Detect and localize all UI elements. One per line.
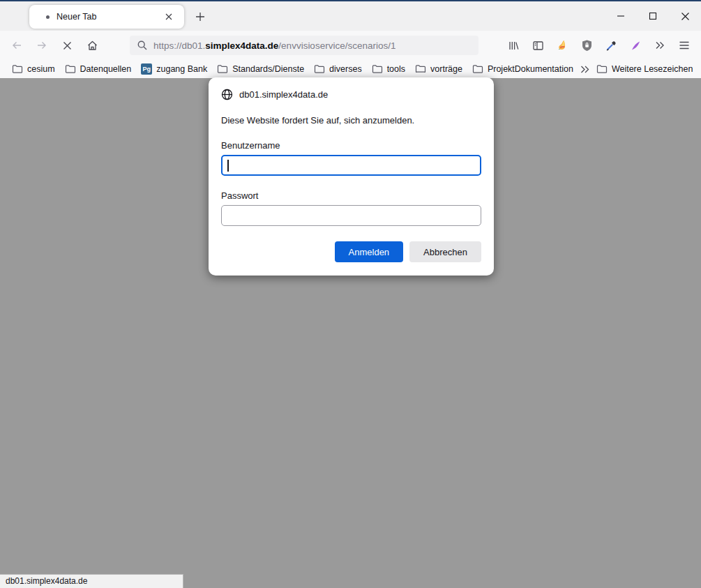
username-input-wrap xyxy=(221,155,481,176)
minimize-button[interactable] xyxy=(605,1,637,31)
globe-icon xyxy=(221,89,233,100)
password-input[interactable] xyxy=(221,205,481,226)
bookmark-folder-standards-dienste[interactable]: Standards/Dienste xyxy=(213,61,308,77)
bookmark-folder-vortraege[interactable]: vorträge xyxy=(412,61,466,77)
folder-icon xyxy=(12,64,23,74)
maximize-icon xyxy=(649,12,657,20)
bookmarks-toolbar: cesium Datenquellen Pg zugang Bank Stand… xyxy=(0,60,701,78)
sidebar-toggle-button[interactable] xyxy=(527,35,549,56)
bookmark-folder-cesium[interactable]: cesium xyxy=(8,61,59,77)
tab-neuer-tab[interactable]: Neuer Tab xyxy=(29,5,184,29)
feather-extension-icon xyxy=(630,40,642,52)
home-button[interactable] xyxy=(81,35,103,56)
folder-icon xyxy=(372,64,383,74)
double-chevron-right-icon xyxy=(654,40,665,50)
url-bar[interactable]: https://db01.simplex4data.de/envvisioser… xyxy=(130,36,478,55)
tab-bar: Neuer Tab xyxy=(0,1,701,31)
app-menu-button[interactable] xyxy=(673,35,695,56)
sidebar-icon xyxy=(532,40,544,52)
back-button[interactable] xyxy=(6,35,28,56)
bookmarks-overflow-button[interactable] xyxy=(580,61,590,77)
folder-icon xyxy=(314,64,325,74)
flame-extension-icon xyxy=(556,39,568,52)
bookmark-folder-tools[interactable]: tools xyxy=(368,61,409,77)
tab-title: Neuer Tab xyxy=(56,12,160,22)
auth-host: db01.simplex4data.de xyxy=(239,89,328,100)
cancel-button[interactable]: Abbrechen xyxy=(409,241,481,262)
bookmark-folder-diverses[interactable]: diverses xyxy=(310,61,365,77)
url-domain: simplex4data.de xyxy=(205,40,278,51)
search-icon xyxy=(137,40,148,51)
new-tab-button[interactable] xyxy=(191,8,209,26)
close-window-button[interactable] xyxy=(669,1,701,31)
forward-arrow-icon xyxy=(36,40,47,51)
navigation-toolbar: https://db01.simplex4data.de/envvisioser… xyxy=(0,31,701,60)
auth-dialog-buttons: Anmelden Abbrechen xyxy=(221,241,481,262)
home-icon xyxy=(86,40,98,52)
browser-window: Neuer Tab xyxy=(0,0,701,588)
tab-close-button[interactable] xyxy=(160,8,177,25)
close-icon xyxy=(681,12,690,21)
username-label: Benutzername xyxy=(221,140,481,151)
bookmark-label: Weitere Lesezeichen xyxy=(612,64,693,74)
folder-icon xyxy=(596,64,608,74)
extension-eyedropper-button[interactable] xyxy=(600,35,622,56)
text-caret xyxy=(227,160,229,172)
folder-icon xyxy=(472,64,483,74)
bookmark-label: Datenquellen xyxy=(80,64,132,74)
bookmark-label: zugang Bank xyxy=(156,64,207,74)
password-label: Passwort xyxy=(221,190,481,201)
bookmark-label: diverses xyxy=(329,64,362,74)
extension-feather-button[interactable] xyxy=(624,35,647,56)
forward-button[interactable] xyxy=(31,35,53,56)
close-icon xyxy=(165,13,173,21)
stop-x-icon xyxy=(62,40,73,51)
stop-button[interactable] xyxy=(56,35,78,56)
bookmark-label: Standards/Dienste xyxy=(232,64,304,74)
bookmark-label: ProjektDokumentation xyxy=(488,64,573,74)
http-auth-dialog: db01.simplex4data.de Diese Website forde… xyxy=(209,77,494,276)
bookmark-zugang-bank[interactable]: Pg zugang Bank xyxy=(137,61,211,77)
username-input[interactable] xyxy=(221,155,481,176)
url-prefix: https://db01. xyxy=(153,40,205,51)
library-icon xyxy=(508,40,520,52)
folder-icon xyxy=(415,64,426,74)
library-button[interactable] xyxy=(502,35,525,56)
postgres-badge-icon: Pg xyxy=(141,63,152,75)
bookmark-label: cesium xyxy=(27,64,55,74)
folder-icon xyxy=(217,64,228,74)
tab-favicon-dot xyxy=(46,15,50,19)
bookmark-label: vorträge xyxy=(430,64,462,74)
bookmark-label: tools xyxy=(387,64,405,74)
eyedropper-extension-icon xyxy=(605,40,617,52)
toolbar-right-icons xyxy=(500,35,695,56)
maximize-button[interactable] xyxy=(637,1,669,31)
bookmarks-more-folder[interactable]: Weitere Lesezeichen xyxy=(593,61,697,77)
auth-dialog-header: db01.simplex4data.de xyxy=(221,89,481,100)
bookmark-folder-projektdokumentation[interactable]: ProjektDokumentation xyxy=(469,61,577,77)
status-url-tooltip: db01.simplex4data.de xyxy=(0,574,183,588)
window-controls xyxy=(605,1,701,31)
plus-icon xyxy=(195,12,205,22)
toolbar-overflow-button[interactable] xyxy=(649,35,671,56)
url-text: https://db01.simplex4data.de/envvisioser… xyxy=(153,40,395,51)
auth-message: Diese Website fordert Sie auf, sich anzu… xyxy=(221,115,481,126)
hamburger-menu-icon xyxy=(679,40,690,50)
extension-shield-button[interactable] xyxy=(575,35,598,56)
double-chevron-right-icon xyxy=(580,65,590,74)
bookmark-folder-datenquellen[interactable]: Datenquellen xyxy=(61,61,135,77)
extension-flame-button[interactable] xyxy=(551,35,573,56)
folder-icon xyxy=(65,64,76,74)
back-arrow-icon xyxy=(11,40,22,51)
page-content-area: db01.simplex4data.de Diese Website forde… xyxy=(0,78,701,588)
login-button[interactable]: Anmelden xyxy=(335,241,404,262)
url-path: /envvisioservice/scenarios/1 xyxy=(278,40,395,51)
shield-lock-extension-icon xyxy=(581,39,593,52)
minimize-icon xyxy=(617,12,625,20)
